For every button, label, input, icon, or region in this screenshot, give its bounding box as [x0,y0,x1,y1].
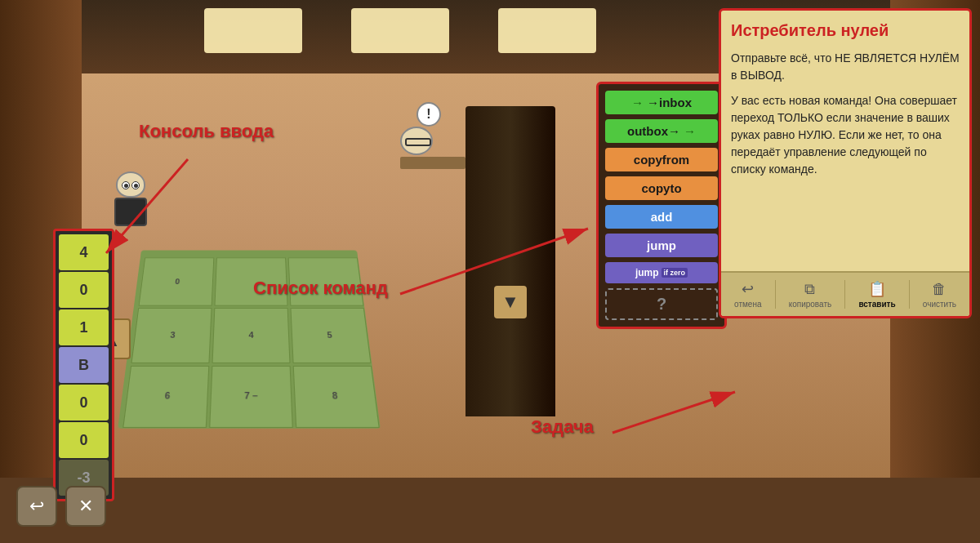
inbox-arrow-icon: → [647,96,659,109]
mat-cell-7: 7 – [209,366,293,429]
paste-button[interactable]: 📋 вставить [858,280,895,309]
character-body [114,198,147,226]
console-annotation: Консоль ввода [139,121,274,142]
ifzero-sub: if zero [662,268,688,278]
toolbar-divider-1 [775,280,776,309]
outbox-arrow-icon: → [668,124,680,138]
console-slot-0[interactable]: 4 [59,234,109,270]
outbox-label: outbox [627,124,668,138]
inbox-button[interactable]: → inbox [605,91,718,114]
mat-cell-4: 4 [212,308,291,363]
unknown-button[interactable]: ? [605,288,718,320]
mat-cell-5: 5 [291,308,372,363]
floor [0,478,980,543]
boss-glasses [405,138,431,146]
clear-icon: 🗑 [932,281,947,298]
jumpifzero-label: jump [635,267,659,278]
inbox-label: inbox [659,96,692,109]
add-button[interactable]: add [605,205,718,229]
ceiling-light-3 [498,8,596,53]
copyfrom-button[interactable]: copyfrom [605,148,718,171]
add-label: add [651,210,673,224]
undo-label: отмена [734,300,761,309]
copyto-button[interactable]: copyto [605,176,718,200]
mat-cell-3: 3 [131,308,212,363]
paste-label: вставить [858,300,895,309]
task-panel: Истребитель нулей Отправьте всё, что НЕ … [719,8,972,318]
jumpifzero-button[interactable]: jump if zero [605,262,718,283]
undo-button[interactable]: ↩ отмена [734,280,761,309]
console-slot-3[interactable]: B [59,347,109,383]
outbox-button[interactable]: outbox → [605,119,718,143]
clear-button[interactable]: 🗑 очистить [923,281,956,309]
ceiling-light-1 [204,8,302,53]
toolbar-divider-2 [844,280,845,309]
task-body-1: Отправьте всё, что НЕ ЯВЛЯЕТСЯ НУЛЁМ в В… [731,50,960,84]
player-character [106,171,155,237]
clear-label: очистить [923,300,956,309]
commands-annotation: Список команд [253,278,388,299]
mute-button[interactable]: ✕ [65,486,106,527]
console-slot-5[interactable]: 0 [59,422,109,458]
character-head [116,171,145,198]
copy-button[interactable]: ⧉ копировать [789,281,832,309]
task-title: Истребитель нулей [731,20,960,40]
unknown-label: ? [657,295,666,314]
elevator [466,106,555,416]
elevator-arrow[interactable]: ▼ [494,286,527,318]
ceiling-light-2 [351,8,449,53]
char-right-eye [131,181,140,189]
task-body-2: У вас есть новая команда! Она совершает … [731,92,960,178]
copyfrom-label: copyfrom [634,153,689,167]
boss-character: ! [400,127,466,169]
program-console: 4 0 1 B 0 0 -3 [53,229,114,501]
task-body: Отправьте всё, что НЕ ЯВЛЯЕТСЯ НУЛЁМ в В… [731,50,960,178]
console-slot-1[interactable]: 0 [59,272,109,308]
undo-icon: ↩ [742,280,754,298]
mat-cell-0: 0 [139,258,215,306]
command-panel: → inbox outbox → copyfrom copyto add jum… [596,82,727,329]
task-annotation: Задача [531,416,594,438]
boss-head [400,127,433,155]
toolbar-divider-3 [909,280,910,309]
char-left-eye [122,181,130,189]
mat-cell-8: 8 [293,366,380,429]
copy-icon: ⧉ [804,281,815,298]
console-slot-4[interactable]: 0 [59,385,109,421]
console-slot-2[interactable]: 1 [59,309,109,345]
jump-label: jump [647,238,676,252]
boss-shelf [400,157,466,169]
boss-exclamation: ! [416,102,441,127]
task-toolbar: ↩ отмена ⧉ копировать 📋 вставить 🗑 очист… [721,271,969,316]
copyto-label: copyto [641,181,681,195]
jump-button[interactable]: jump [605,234,718,257]
copy-label: копировать [789,300,832,309]
paste-icon: 📋 [868,280,886,298]
back-button[interactable]: ↩ [16,486,57,527]
mat-cell-6: 6 [122,366,209,429]
